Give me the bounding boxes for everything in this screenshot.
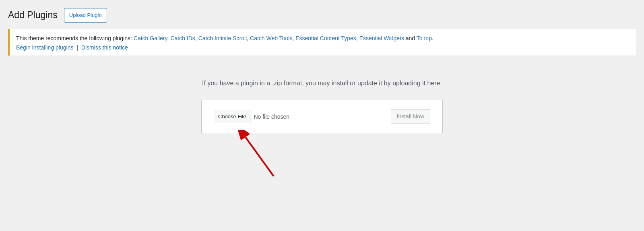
arrow-annotation bbox=[201, 134, 443, 182]
page-title: Add Plugins bbox=[8, 9, 58, 21]
notice-text: This theme recommends the following plug… bbox=[16, 34, 630, 43]
arrow-svg bbox=[201, 130, 443, 178]
svg-line-1 bbox=[246, 137, 274, 176]
plugin-link-essential-content-types[interactable]: Essential Content Types bbox=[295, 35, 356, 41]
plugin-link-catch-infinite-scroll[interactable]: Catch Infinite Scroll bbox=[198, 35, 247, 41]
no-file-text: No file chosen bbox=[254, 113, 289, 120]
begin-installing-link[interactable]: Begin installing plugins bbox=[16, 44, 73, 51]
page-wrapper: Add Plugins Upload Plugin This theme rec… bbox=[0, 0, 644, 198]
upload-plugin-button[interactable]: Upload Plugin bbox=[64, 8, 107, 23]
page-header: Add Plugins Upload Plugin bbox=[8, 8, 636, 23]
upload-description: If you have a plugin in a .zip format, y… bbox=[202, 80, 442, 87]
notice-box: This theme recommends the following plug… bbox=[8, 29, 636, 56]
plugin-link-catch-ids[interactable]: Catch IDs bbox=[170, 35, 195, 41]
plugin-link-essential-widgets[interactable]: Essential Widgets bbox=[359, 35, 404, 41]
notice-intro: This theme recommends the following plug… bbox=[16, 35, 132, 41]
choose-file-button[interactable]: Choose File bbox=[214, 110, 250, 123]
notice-actions: Begin installing plugins | Dismiss this … bbox=[16, 44, 630, 51]
upload-form-box: Choose File No file chosen Install Now bbox=[201, 99, 443, 134]
install-now-button[interactable]: Install Now bbox=[391, 109, 430, 124]
dismiss-notice-link[interactable]: Dismiss this notice bbox=[81, 44, 128, 51]
plugin-link-catch-gallery[interactable]: Catch Gallery bbox=[134, 35, 167, 41]
plugin-link-to-top[interactable]: To top bbox=[417, 35, 432, 41]
upload-section: If you have a plugin in a .zip format, y… bbox=[8, 64, 636, 190]
file-input-area: Choose File No file chosen bbox=[214, 110, 289, 123]
plugin-link-catch-web-tools[interactable]: Catch Web Tools bbox=[250, 35, 292, 41]
